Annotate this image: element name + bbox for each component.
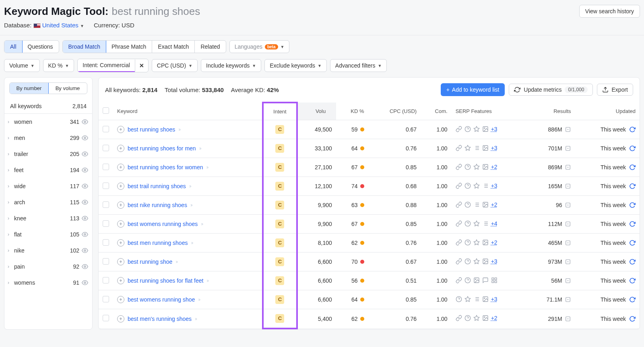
sidebar-group-item[interactable]: ›wide117 <box>4 178 92 194</box>
languages-dropdown[interactable]: Languages beta ▼ <box>229 40 290 53</box>
serp-more-link[interactable]: +2 <box>491 315 497 321</box>
expand-icon[interactable]: ›› <box>189 183 191 189</box>
serp-more-link[interactable]: +2 <box>491 164 497 170</box>
tab-all[interactable]: All <box>4 40 23 53</box>
keyword-link[interactable]: best running shoes <box>128 126 175 133</box>
col-results[interactable]: Results <box>526 103 575 120</box>
expand-icon[interactable]: ›› <box>201 221 202 227</box>
view-history-button[interactable]: View search history <box>579 5 640 18</box>
cpc-filter[interactable]: CPC (USD)▼ <box>152 59 198 72</box>
row-checkbox[interactable] <box>103 201 109 208</box>
add-keyword-icon[interactable]: + <box>117 201 124 209</box>
add-keyword-icon[interactable]: + <box>117 239 124 246</box>
database-selector[interactable]: Database: United States ▼ <box>4 22 84 29</box>
keyword-link[interactable]: best running shoes for women <box>128 164 203 170</box>
exclude-keywords-filter[interactable]: Exclude keywords▼ <box>264 59 327 72</box>
row-checkbox[interactable] <box>103 296 109 302</box>
row-checkbox[interactable] <box>103 220 109 227</box>
expand-icon[interactable]: ›› <box>178 127 180 132</box>
serp-result-icon[interactable] <box>565 297 571 302</box>
row-checkbox[interactable] <box>103 183 109 189</box>
refresh-icon[interactable] <box>629 316 636 322</box>
add-keyword-icon[interactable]: + <box>117 183 124 190</box>
col-com[interactable]: Com. <box>421 103 451 120</box>
sidebar-group-item[interactable]: ›women341 <box>4 114 92 130</box>
volume-filter[interactable]: Volume▼ <box>4 59 40 72</box>
row-checkbox[interactable] <box>103 258 109 265</box>
expand-icon[interactable]: ›› <box>198 297 200 302</box>
keyword-link[interactable]: best running shoes for flat feet <box>128 277 203 284</box>
sidebar-group-item[interactable]: ›men299 <box>4 130 92 146</box>
eye-icon[interactable] <box>82 135 88 141</box>
sidebar-group-item[interactable]: ›pain92 <box>4 259 92 275</box>
serp-more-link[interactable]: +2 <box>491 201 497 208</box>
intent-filter-chip[interactable]: Intent: Commercial ✕ <box>77 59 148 72</box>
add-keyword-icon[interactable]: + <box>117 277 124 284</box>
add-keyword-icon[interactable]: + <box>117 296 124 303</box>
row-checkbox[interactable] <box>103 277 109 283</box>
keyword-link[interactable]: best men's running shoes <box>128 316 192 322</box>
add-keyword-icon[interactable]: + <box>117 315 124 322</box>
row-checkbox[interactable] <box>103 164 109 170</box>
refresh-icon[interactable] <box>629 126 636 133</box>
sidebar-group-item[interactable]: ›flat105 <box>4 226 92 242</box>
keyword-link[interactable]: best running shoe <box>128 259 172 265</box>
keyword-link[interactable]: best trail running shoes <box>128 183 186 189</box>
serp-result-icon[interactable] <box>565 146 571 151</box>
serp-more-link[interactable]: +3 <box>491 258 497 265</box>
eye-icon[interactable] <box>82 247 88 254</box>
expand-icon[interactable]: ›› <box>191 240 192 246</box>
eye-icon[interactable] <box>82 183 88 189</box>
expand-icon[interactable]: ›› <box>175 259 177 265</box>
serp-result-icon[interactable] <box>565 221 571 227</box>
refresh-icon[interactable] <box>629 202 636 208</box>
col-keyword[interactable]: Keyword <box>113 103 263 120</box>
serp-result-icon[interactable] <box>565 316 571 322</box>
sidebar-group-item[interactable]: ›knee113 <box>4 210 92 226</box>
by-volume-toggle[interactable]: By volume <box>48 83 87 94</box>
eye-icon[interactable] <box>82 231 88 238</box>
refresh-icon[interactable] <box>629 164 636 170</box>
col-volume[interactable]: Volu <box>297 103 336 120</box>
row-checkbox[interactable] <box>103 315 109 321</box>
eye-icon[interactable] <box>82 167 88 173</box>
refresh-icon[interactable] <box>629 240 636 246</box>
by-number-toggle[interactable]: By number <box>9 82 49 94</box>
add-keyword-icon[interactable]: + <box>117 145 124 152</box>
keyword-link[interactable]: best womens running shoe <box>128 296 195 303</box>
keyword-link[interactable]: best running shoes for men <box>128 145 196 152</box>
eye-icon[interactable] <box>82 151 88 157</box>
keyword-link[interactable]: best womens running shoes <box>128 221 198 227</box>
select-all-checkbox[interactable] <box>103 107 109 114</box>
sidebar-group-item[interactable]: ›womens91 <box>4 275 92 291</box>
serp-result-icon[interactable] <box>565 259 571 265</box>
kd-filter[interactable]: KD %▼ <box>43 59 74 72</box>
col-kd[interactable]: KD % <box>336 103 368 120</box>
eye-icon[interactable] <box>82 119 88 125</box>
serp-more-link[interactable]: +3 <box>491 145 497 151</box>
serp-result-icon[interactable] <box>565 202 571 208</box>
sidebar-all-keywords[interactable]: All keywords 2,814 <box>4 99 92 114</box>
sidebar-group-item[interactable]: ›feet194 <box>4 162 92 178</box>
advanced-filters[interactable]: Advanced filters▼ <box>330 59 387 72</box>
remove-intent-icon[interactable]: ✕ <box>135 60 148 72</box>
serp-more-link[interactable]: +4 <box>491 220 497 227</box>
col-serp[interactable]: SERP Features <box>452 103 526 120</box>
tab-questions[interactable]: Questions <box>22 41 59 53</box>
eye-icon[interactable] <box>82 279 88 286</box>
add-keyword-icon[interactable]: + <box>117 164 124 171</box>
sidebar-group-item[interactable]: ›nike102 <box>4 242 92 259</box>
refresh-icon[interactable] <box>629 145 636 152</box>
eye-icon[interactable] <box>82 199 88 205</box>
refresh-icon[interactable] <box>629 221 636 227</box>
include-keywords-filter[interactable]: Include keywords▼ <box>201 59 261 72</box>
col-cpc[interactable]: CPC (USD) <box>368 103 421 120</box>
add-to-list-button[interactable]: +Add to keyword list <box>441 83 505 96</box>
expand-icon[interactable]: ›› <box>206 164 208 170</box>
add-keyword-icon[interactable]: + <box>117 258 124 265</box>
add-keyword-icon[interactable]: + <box>117 220 124 228</box>
serp-more-link[interactable]: +3 <box>491 126 497 132</box>
serp-more-link[interactable]: +2 <box>491 239 497 246</box>
refresh-icon[interactable] <box>629 259 636 265</box>
serp-more-link[interactable]: +3 <box>491 296 497 302</box>
